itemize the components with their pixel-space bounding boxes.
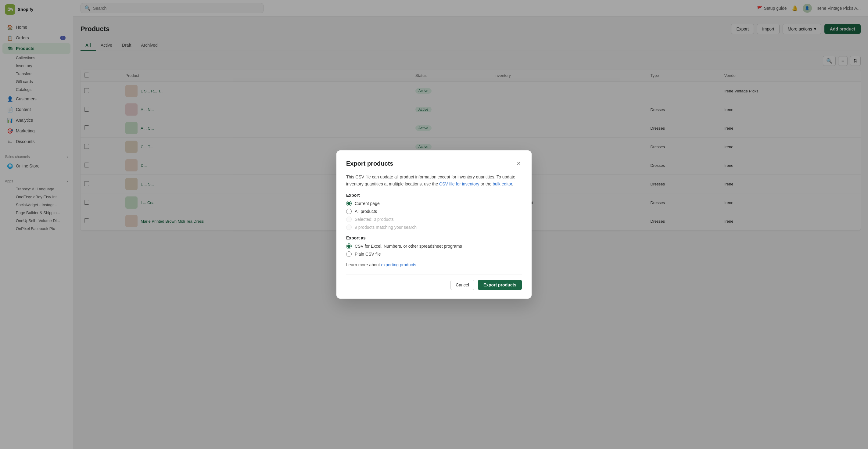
export-option-selected: Selected: 0 products xyxy=(346,216,522,222)
export-radio-selected xyxy=(346,216,352,222)
export-label-matching: 9 products matching your search xyxy=(355,225,416,230)
export-label-selected: Selected: 0 products xyxy=(355,217,394,222)
export-radio-group: Current page All products Selected: 0 pr… xyxy=(346,201,522,230)
export-option-all-products[interactable]: All products xyxy=(346,209,522,214)
or-text: or the xyxy=(479,181,493,186)
export-as-label: Export as xyxy=(346,236,522,240)
modal-learn-text: Learn more about exporting products. xyxy=(346,262,522,267)
export-modal: Export products × This CSV file can upda… xyxy=(336,150,532,299)
export-radio-matching xyxy=(346,224,352,230)
export-as-option-plain-csv[interactable]: Plain CSV file xyxy=(346,251,522,257)
learn-period: . xyxy=(416,262,417,267)
export-as-label-plain-csv: Plain CSV file xyxy=(355,252,381,257)
export-label-current-page: Current page xyxy=(355,201,380,206)
main-area: 🔍 🚩 Setup guide 🔔 👤 Irene Vintage Picks … xyxy=(73,0,868,449)
csv-inventory-link[interactable]: CSV file for inventory xyxy=(439,181,479,186)
export-as-radio-group: CSV for Excel, Numbers, or other spreads… xyxy=(346,243,522,257)
export-section-label: Export xyxy=(346,193,522,198)
cancel-button[interactable]: Cancel xyxy=(451,280,474,290)
export-label-all-products: All products xyxy=(355,209,377,214)
modal-close-button[interactable]: × xyxy=(516,159,522,168)
export-radio-all-products[interactable] xyxy=(346,209,352,214)
export-option-current-page[interactable]: Current page xyxy=(346,201,522,206)
bulk-editor-link[interactable]: bulk editor xyxy=(493,181,512,186)
export-option-matching: 9 products matching your search xyxy=(346,224,522,230)
learn-prefix: Learn more about xyxy=(346,262,381,267)
period-1: . xyxy=(512,181,513,186)
export-products-button[interactable]: Export products xyxy=(478,280,522,290)
modal-footer: Cancel Export products xyxy=(346,274,522,290)
export-as-radio-plain-csv[interactable] xyxy=(346,251,352,257)
export-as-label-csv-excel: CSV for Excel, Numbers, or other spreads… xyxy=(355,244,462,248)
export-as-radio-csv-excel[interactable] xyxy=(346,243,352,249)
learn-link[interactable]: exporting products xyxy=(381,262,416,267)
modal-header: Export products × xyxy=(346,159,522,168)
modal-overlay: Export products × This CSV file can upda… xyxy=(73,0,868,449)
export-as-option-csv-excel[interactable]: CSV for Excel, Numbers, or other spreads… xyxy=(346,243,522,249)
export-radio-current-page[interactable] xyxy=(346,201,352,206)
modal-description: This CSV file can update all product inf… xyxy=(346,174,522,187)
modal-title: Export products xyxy=(346,160,393,167)
